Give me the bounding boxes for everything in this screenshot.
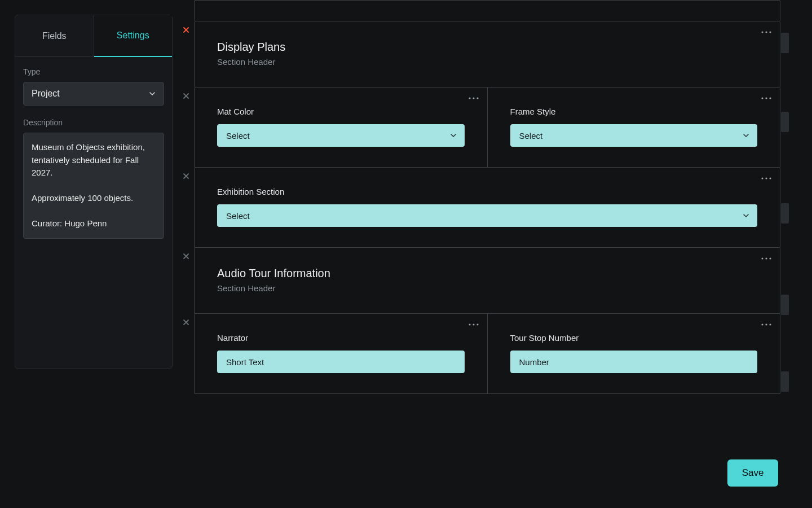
svg-point-8: [769, 97, 771, 99]
chevron-down-icon: [450, 132, 457, 139]
field-type-value: Number: [519, 357, 549, 367]
field-cell[interactable]: Narrator Short Text: [195, 314, 487, 393]
remove-row-icon[interactable]: [182, 252, 190, 260]
background-strip: [781, 295, 789, 315]
field-row-partial: [194, 0, 780, 21]
svg-point-10: [765, 177, 767, 179]
more-icon[interactable]: [761, 29, 772, 35]
field-row: Audio Tour Information Section Header: [194, 248, 780, 314]
tab-settings[interactable]: Settings: [94, 15, 173, 57]
svg-point-19: [765, 323, 767, 325]
field-label: Mat Color: [217, 107, 465, 116]
remove-row-icon[interactable]: [182, 172, 190, 180]
field-type-select[interactable]: Select: [217, 124, 465, 147]
field-label: Frame Style: [510, 107, 758, 116]
field-type-value: Select: [226, 131, 250, 141]
section-header-subtitle: Section Header: [217, 57, 757, 67]
section-header-subtitle: Section Header: [217, 283, 757, 293]
type-value: Project: [32, 89, 60, 99]
field-cell[interactable]: Frame Style Select: [487, 87, 780, 167]
section-header-title: Audio Tour Information: [217, 267, 757, 280]
svg-point-7: [765, 97, 767, 99]
background-strip: [781, 112, 789, 132]
type-select[interactable]: Project: [23, 82, 164, 106]
more-icon[interactable]: [468, 95, 479, 101]
description-textarea[interactable]: Museum of Objects exhibition, tentativel…: [23, 133, 164, 239]
field-type-select[interactable]: Select: [510, 124, 758, 147]
svg-point-5: [476, 97, 478, 99]
field-label: Tour Stop Number: [510, 333, 758, 343]
tab-fields[interactable]: Fields: [15, 15, 94, 57]
more-icon[interactable]: [761, 176, 772, 181]
svg-point-11: [769, 177, 771, 179]
section-header-title: Display Plans: [217, 41, 757, 54]
svg-point-18: [761, 323, 763, 325]
field-label: Narrator: [217, 333, 465, 343]
svg-point-1: [765, 31, 767, 33]
field-row: Exhibition Section Select: [194, 168, 780, 248]
svg-point-16: [473, 323, 474, 325]
svg-point-20: [769, 323, 771, 325]
field-row: Narrator Short Text Tour Stop Number Num…: [194, 314, 780, 394]
remove-row-icon[interactable]: [182, 26, 190, 34]
background-strip: [781, 371, 789, 392]
field-type-select[interactable]: Select: [217, 204, 757, 227]
svg-point-15: [469, 323, 470, 325]
svg-point-12: [761, 257, 763, 259]
field-type-value: Short Text: [226, 357, 264, 367]
background-strip: [781, 33, 789, 53]
svg-point-13: [765, 257, 767, 259]
chevron-down-icon: [149, 90, 156, 97]
field-cell[interactable]: Mat Color Select: [195, 87, 487, 167]
field-row: Display Plans Section Header: [194, 21, 780, 87]
svg-point-3: [469, 97, 470, 99]
svg-point-17: [476, 323, 478, 325]
svg-point-9: [761, 177, 763, 179]
field-cell[interactable]: Exhibition Section Select: [195, 168, 780, 247]
fields-canvas: Display Plans Section Header Mat Color S…: [194, 0, 780, 455]
field-cell[interactable]: Display Plans Section Header: [195, 21, 780, 87]
remove-row-icon[interactable]: [182, 318, 190, 326]
more-icon[interactable]: [468, 322, 479, 327]
remove-row-icon[interactable]: [182, 92, 190, 100]
svg-point-14: [769, 257, 771, 259]
chevron-down-icon: [743, 132, 749, 139]
background-strip: [781, 203, 789, 224]
more-icon[interactable]: [761, 256, 772, 261]
field-type-value: Select: [519, 131, 543, 141]
more-icon[interactable]: [761, 95, 772, 101]
type-label: Type: [23, 67, 164, 76]
field-type-value: Select: [226, 211, 250, 221]
field-type-pill[interactable]: Short Text: [217, 351, 465, 373]
description-label: Description: [23, 118, 164, 127]
field-cell[interactable]: Tour Stop Number Number: [487, 314, 780, 393]
svg-point-6: [761, 97, 763, 99]
svg-point-0: [761, 31, 763, 33]
field-row: Mat Color Select Frame Style Select: [194, 87, 780, 168]
more-icon[interactable]: [761, 322, 772, 327]
settings-panel: Fields Settings Type Project Description…: [15, 15, 173, 369]
save-button[interactable]: Save: [727, 459, 778, 487]
panel-tabs: Fields Settings: [15, 15, 172, 57]
svg-point-4: [473, 97, 474, 99]
chevron-down-icon: [743, 212, 749, 219]
svg-point-2: [769, 31, 771, 33]
field-label: Exhibition Section: [217, 187, 757, 196]
field-type-pill[interactable]: Number: [510, 351, 758, 373]
field-cell[interactable]: Audio Tour Information Section Header: [195, 248, 780, 313]
